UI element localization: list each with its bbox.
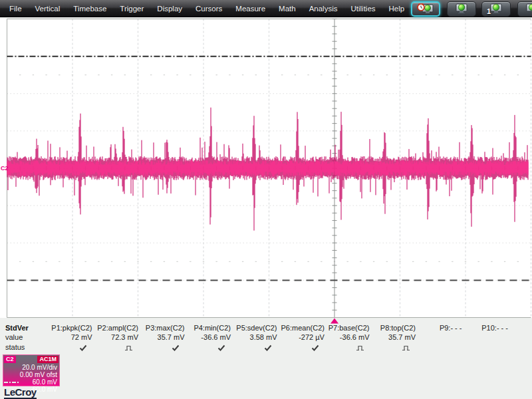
measure-row-labels: StdVer value status (5, 324, 50, 354)
measure-value: 3.58 mV (235, 333, 277, 343)
measure-status (189, 343, 231, 352)
measure-label: P4:min(C2) (189, 324, 231, 333)
menu-measure[interactable]: Measure (229, 0, 272, 17)
menu-bar: FileVerticalTimebaseTriggerDisplayCursor… (0, 0, 532, 17)
measure-status (281, 343, 325, 352)
measure-value: 35.7 mV (142, 333, 185, 343)
oscilloscope-screen: FileVerticalTimebaseTriggerDisplayCursor… (0, 0, 532, 399)
button-number-label: 1 (487, 7, 491, 15)
measure-col-P4[interactable]: P4:min(C2)-36.6 mV (189, 324, 235, 354)
measure-label: P9:- - - (420, 324, 462, 333)
status-row-label: status (5, 343, 46, 352)
measure-label: P7:base(C2) (327, 324, 370, 333)
measure-label: P5:sdev(C2) (235, 324, 277, 333)
measure-status (142, 343, 185, 352)
menu-utilities[interactable]: Utilities (344, 0, 382, 17)
measure-status (235, 343, 277, 352)
menu-cursors[interactable]: Cursors (189, 0, 229, 17)
measure-value: 72 mV (50, 333, 92, 343)
measure-label: P3:max(C2) (142, 324, 185, 333)
measure-col-P6[interactable]: P6:mean(C2)-272 µV (281, 324, 328, 354)
waveform-grid-area[interactable]: C2 (0, 19, 532, 325)
measure-label: P8:top(C2) (374, 324, 416, 333)
coupling-badge: AC1M (37, 356, 59, 363)
measure-status (50, 343, 92, 352)
menu-timebase[interactable]: Timebase (66, 0, 113, 17)
menu-help[interactable]: Help (382, 0, 412, 17)
measure-label: P1:pkpk(C2) (50, 324, 92, 333)
edge-partial-toolbar-button[interactable] (517, 1, 532, 17)
menu-trigger[interactable]: Trigger (113, 0, 150, 17)
measure-label: P2:ampl(C2) (96, 324, 139, 333)
display-toolbar-button[interactable] (447, 1, 476, 17)
lecroy-logo: LeCroy (4, 386, 37, 399)
measure-status (466, 343, 509, 352)
measure-col-P5[interactable]: P5:sdev(C2)3.58 mV (235, 324, 281, 354)
measure-col-P7[interactable]: P7:base(C2)-36.6 mV (327, 324, 374, 354)
measure-col-P3[interactable]: P3:max(C2)35.7 mV (142, 324, 189, 354)
measure-label: P10:- - - (466, 324, 509, 333)
offset-value: 0.00 mV ofst (20, 371, 57, 378)
measure-col-P2[interactable]: P2:ampl(C2)72.3 mV (96, 324, 143, 354)
measure-mode-label: StdVer (5, 324, 46, 333)
measure-value: -36.6 mV (189, 333, 231, 343)
measure-value: 35.7 mV (374, 333, 416, 343)
status-ok-check-icon (217, 344, 225, 351)
status-ok-check-icon (264, 344, 272, 351)
monitor-green-icon (525, 3, 532, 15)
c2-waveform-plot: C2 (0, 19, 532, 325)
status-pulse-icon (402, 345, 410, 351)
upper-level-value: 60.0 mV (33, 378, 57, 386)
measure-value: -36.6 mV (327, 333, 370, 343)
measure-label: P6:mean(C2) (281, 324, 325, 333)
measure-value (466, 333, 509, 343)
volts-per-div: 20.0 mV/div (20, 364, 57, 371)
menu-display[interactable]: Display (150, 0, 189, 17)
measure-value (420, 333, 462, 343)
c2-left-edge-marker: C2 (1, 165, 9, 172)
menu-math[interactable]: Math (272, 0, 303, 17)
dashdot-line-style-icon (4, 382, 19, 383)
measure-status (327, 343, 370, 352)
channel-scale-offset: 20.0 mV/div 0.00 mV ofst (20, 364, 57, 378)
history-clock-toolbar-button[interactable] (411, 1, 440, 17)
status-ok-check-icon (311, 344, 319, 351)
menu-analysis[interactable]: Analysis (303, 0, 344, 17)
status-pulse-icon (124, 345, 133, 351)
status-pulse-icon (356, 345, 364, 351)
menu-items: FileVerticalTimebaseTriggerDisplayCursor… (3, 0, 411, 17)
channel-badge: C2 (4, 356, 16, 363)
trigger-position-marker[interactable] (331, 319, 338, 324)
status-ok-check-icon (79, 344, 87, 351)
measure-value: -272 µV (281, 333, 325, 343)
measure-status (96, 343, 139, 352)
value-row-label: value (5, 333, 46, 343)
status-ok-check-icon (172, 344, 180, 351)
measure-value: 72.3 mV (96, 333, 139, 343)
upper-level-row: 60.0 mV (4, 378, 57, 386)
menu-file[interactable]: File (3, 0, 29, 17)
measure-col-P8[interactable]: P8:top(C2)35.7 mV (374, 324, 420, 354)
measure-col-P10[interactable]: P10:- - - (466, 324, 513, 354)
measure-col-P9[interactable]: P9:- - - (420, 324, 466, 354)
monitor-green-1-icon (489, 3, 503, 15)
display-1-toolbar-button[interactable]: 1 (481, 1, 511, 17)
alarm-clock-monitor-icon (417, 3, 434, 15)
menu-vertical[interactable]: Vertical (29, 0, 67, 17)
measurement-table: StdVer value status P1:pkpk(C2)72 mVP2:a… (5, 324, 531, 354)
measure-status (374, 343, 416, 352)
monitor-green-icon (454, 3, 469, 15)
measure-status (420, 343, 462, 352)
channel-c2-descriptor-box[interactable]: C2 AC1M 20.0 mV/div 0.00 mV ofst 60.0 mV… (3, 354, 60, 386)
measure-col-P1[interactable]: P1:pkpk(C2)72 mV (50, 324, 96, 354)
